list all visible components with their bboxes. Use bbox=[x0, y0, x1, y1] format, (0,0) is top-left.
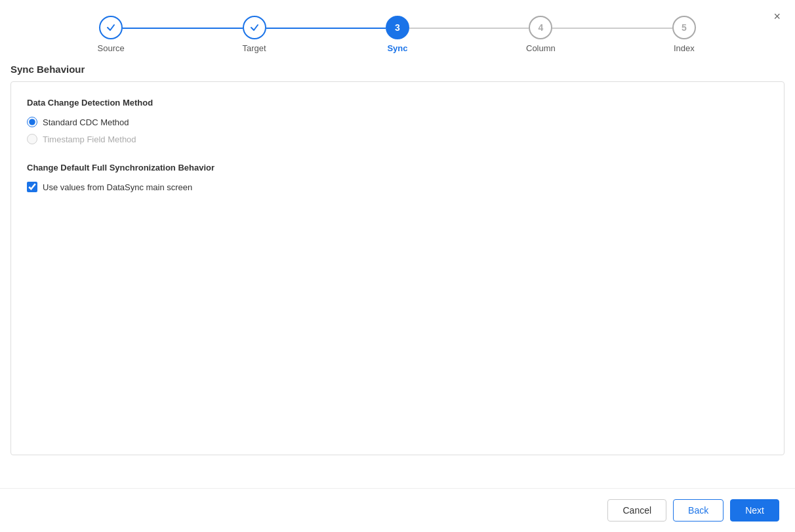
section-title: Sync Behaviour bbox=[10, 64, 785, 75]
footer: Cancel Back Next bbox=[0, 488, 795, 532]
step-circle-sync: 3 bbox=[386, 16, 409, 39]
checkbox-use-values[interactable]: Use values from DataSync main screen bbox=[27, 182, 768, 192]
step-label-column: Column bbox=[526, 43, 556, 53]
step-index: 5 Index bbox=[613, 16, 756, 53]
radio-standard-cdc-label: Standard CDC Method bbox=[43, 117, 129, 127]
step-circle-index: 5 bbox=[672, 16, 696, 39]
sync-behavior-title: Change Default Full Synchronization Beha… bbox=[27, 163, 768, 173]
step-column: 4 Column bbox=[469, 16, 612, 53]
radio-timestamp-field[interactable]: Timestamp Field Method bbox=[27, 134, 768, 144]
step-circle-source bbox=[99, 16, 123, 39]
connector-1 bbox=[123, 28, 242, 29]
dialog: × Source Target 3 S bbox=[0, 0, 795, 532]
radio-timestamp-field-input[interactable] bbox=[27, 134, 37, 144]
checkbox-use-values-input[interactable] bbox=[27, 182, 37, 192]
step-label-sync: Sync bbox=[387, 43, 407, 53]
step-label-index: Index bbox=[674, 43, 695, 53]
sync-card: Data Change Detection Method Standard CD… bbox=[10, 81, 785, 455]
radio-standard-cdc[interactable]: Standard CDC Method bbox=[27, 117, 768, 127]
step-circle-column: 4 bbox=[529, 16, 552, 39]
radio-timestamp-field-label: Timestamp Field Method bbox=[43, 134, 136, 144]
sync-behavior-checkbox-group: Use values from DataSync main screen bbox=[27, 182, 768, 192]
check-icon-2 bbox=[250, 23, 259, 32]
step-label-source: Source bbox=[98, 43, 125, 53]
step-label-target: Target bbox=[243, 43, 266, 53]
step-source: Source bbox=[39, 16, 182, 53]
check-icon bbox=[106, 23, 115, 32]
step-target: Target bbox=[182, 16, 325, 53]
connector-2 bbox=[266, 28, 386, 29]
detection-title: Data Change Detection Method bbox=[27, 98, 768, 108]
back-button[interactable]: Back bbox=[673, 499, 724, 522]
radio-standard-cdc-input[interactable] bbox=[27, 117, 37, 127]
checkbox-use-values-label: Use values from DataSync main screen bbox=[43, 182, 192, 192]
detection-radio-group: Standard CDC Method Timestamp Field Meth… bbox=[27, 117, 768, 144]
stepper: Source Target 3 Sync 4 Column 5 bbox=[0, 0, 795, 64]
step-circle-target bbox=[243, 16, 266, 39]
cancel-button[interactable]: Cancel bbox=[607, 499, 666, 522]
main-content: Sync Behaviour Data Change Detection Met… bbox=[0, 64, 795, 488]
connector-4 bbox=[552, 28, 672, 29]
step-sync: 3 Sync bbox=[326, 16, 469, 53]
next-button[interactable]: Next bbox=[730, 499, 779, 522]
connector-3 bbox=[409, 28, 529, 29]
